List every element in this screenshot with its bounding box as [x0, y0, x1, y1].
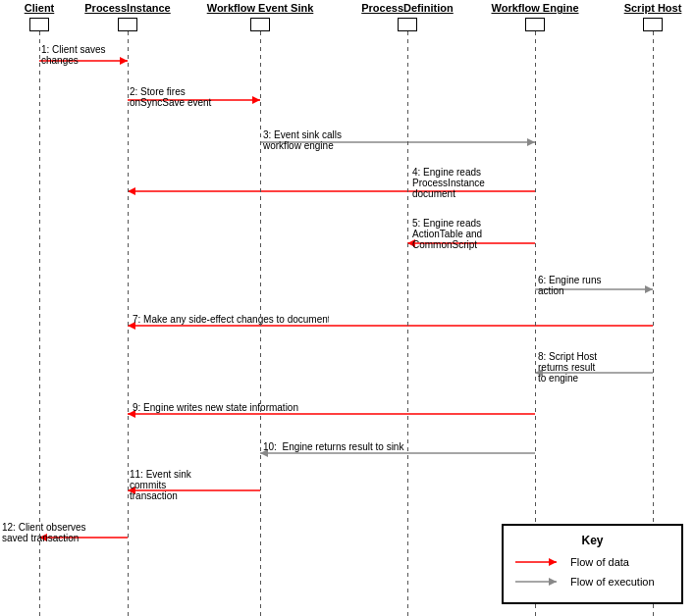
svg-marker-1: [120, 57, 128, 65]
key-data-label: Flow of data: [570, 556, 629, 568]
lifeline-process-definition: [407, 31, 408, 616]
message-label-4: 5: Engine reads ActionTable and CommonSc…: [412, 218, 609, 250]
svg-marker-9: [407, 239, 415, 247]
actor-box-workflow-event-sink: [250, 18, 270, 31]
lifeline-workflow-event-sink: [260, 31, 261, 616]
svg-marker-25: [549, 558, 557, 566]
actor-box-process-definition: [398, 18, 417, 31]
svg-marker-5: [527, 138, 535, 146]
key-item-exec: Flow of execution: [515, 575, 669, 589]
message-label-9: 10: Engine returns result to sink: [263, 441, 459, 452]
message-label-7: 8: Script Host returns result to engine: [538, 351, 695, 384]
svg-marker-13: [128, 322, 135, 330]
svg-marker-7: [128, 187, 135, 195]
message-label-1: 2: Store fires onSyncSave event: [130, 86, 326, 108]
actor-label-process-definition: ProcessDefinition: [353, 2, 462, 14]
actor-box-script-host: [643, 18, 663, 31]
key-title: Key: [515, 534, 669, 547]
svg-marker-3: [252, 96, 260, 104]
actor-label-workflow-engine: Workflow Engine: [487, 2, 583, 14]
message-label-8: 9: Engine writes new state information: [133, 402, 329, 413]
svg-marker-17: [128, 410, 135, 418]
message-label-2: 3: Event sink calls workflow engine: [263, 129, 459, 151]
message-label-10: 11: Event sink commits transaction: [130, 469, 326, 501]
key-item-data: Flow of data: [515, 555, 669, 569]
message-label-5: 6: Engine runs action: [538, 275, 695, 296]
lifeline-client: [39, 31, 40, 616]
svg-marker-19: [260, 449, 268, 457]
key-box: Key Flow of data Flow of execution: [502, 524, 683, 604]
actor-label-workflow-event-sink: Workflow Event Sink: [199, 2, 321, 14]
message-label-6: 7: Make any side-effect changes to docum…: [133, 314, 329, 325]
actor-label-process-instance: ProcessInstance: [80, 2, 176, 14]
svg-marker-27: [549, 578, 557, 586]
sequence-diagram: 1: Client saves changes2: Store fires on…: [0, 0, 695, 616]
message-label-3: 4: Engine reads ProcessInstance document: [412, 167, 609, 199]
svg-marker-15: [535, 369, 543, 377]
actor-box-client: [29, 18, 49, 31]
svg-marker-23: [39, 534, 47, 541]
key-exec-label: Flow of execution: [570, 576, 655, 588]
actor-label-script-host: Script Host: [617, 2, 688, 14]
actor-label-client: Client: [21, 2, 59, 14]
actor-box-process-instance: [118, 18, 137, 31]
message-label-11: 12: Client observes saved transaction: [2, 522, 198, 543]
lifeline-process-instance: [128, 31, 129, 616]
message-label-0: 1: Client saves changes: [41, 44, 238, 66]
svg-marker-21: [128, 487, 135, 494]
actor-box-workflow-engine: [525, 18, 545, 31]
svg-marker-11: [645, 285, 653, 293]
